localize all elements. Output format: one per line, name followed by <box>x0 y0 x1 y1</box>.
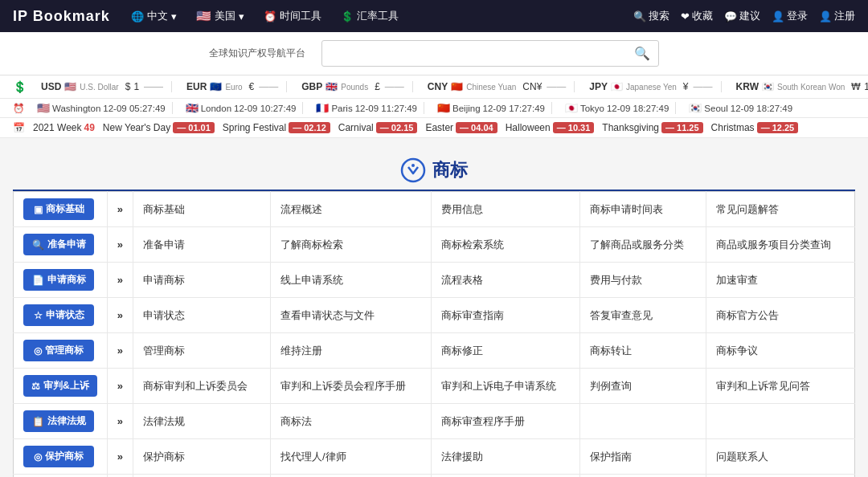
category-button[interactable]: ▣商标基础 <box>23 198 94 220</box>
menu-link[interactable]: 法律援助 <box>441 450 483 463</box>
category-button[interactable]: 📋法律法规 <box>23 410 94 432</box>
menu-link[interactable]: 判例查询 <box>590 380 632 392</box>
link-cell[interactable]: 商标转让 <box>579 333 706 369</box>
menu-link[interactable]: 商标审查程序手册 <box>441 415 525 427</box>
menu-link[interactable]: 流程概述 <box>280 203 322 215</box>
menu-link[interactable]: 商标申请时间表 <box>590 203 663 215</box>
link-cell[interactable]: 费用与付款 <box>579 263 706 298</box>
category-button[interactable]: ◎管理商标 <box>23 340 94 361</box>
link-cell[interactable]: 申请商标 <box>133 263 270 298</box>
link-cell[interactable]: 审判和上诉常见问答 <box>706 369 854 404</box>
link-cell[interactable]: 管理商标 <box>133 333 270 369</box>
link-cell[interactable]: 问题联系人 <box>706 439 854 475</box>
menu-link[interactable]: 申请状态 <box>143 309 185 321</box>
category-button[interactable]: ◎保护商标 <box>23 446 94 467</box>
link-cell[interactable]: 加速审查 <box>706 263 854 298</box>
search-input[interactable] <box>322 43 626 64</box>
link-cell[interactable]: 商标基础 <box>133 192 270 227</box>
link-cell[interactable]: 线上申请系统 <box>270 263 431 298</box>
link-cell[interactable]: 商标争议 <box>706 333 854 369</box>
time-tool[interactable]: ⏰ 时间工具 <box>259 6 326 26</box>
menu-link[interactable]: 问题联系人 <box>716 450 768 463</box>
menu-link[interactable]: 商标审查指南 <box>441 309 504 321</box>
favorites-action[interactable]: ❤ 收藏 <box>681 9 713 23</box>
menu-link[interactable]: 审判和上诉电子申请系统 <box>441 380 556 392</box>
link-cell[interactable]: 找代理人/律师 <box>270 439 431 475</box>
exchange-tool[interactable]: 💲 汇率工具 <box>336 6 403 26</box>
menu-link[interactable]: 准备申请 <box>143 238 185 251</box>
link-cell[interactable]: 商标修正 <box>431 333 579 369</box>
link-cell[interactable]: 保护指南 <box>579 439 706 475</box>
menu-link[interactable]: 商标修正 <box>441 344 483 357</box>
menu-link[interactable]: 费用与付款 <box>590 274 642 286</box>
menu-link[interactable]: 商标转让 <box>590 344 632 357</box>
category-button[interactable]: ☆申请状态 <box>23 304 94 326</box>
menu-link[interactable]: 审判和上诉委员会程序手册 <box>280 380 406 392</box>
link-cell[interactable]: 国际事务 <box>133 475 270 478</box>
link-cell[interactable]: 商标审查指南 <box>431 298 579 333</box>
link-cell[interactable]: 商标全球检索系统 <box>431 475 579 478</box>
link-cell[interactable]: 商标申请时间表 <box>579 192 706 227</box>
link-cell[interactable]: 商品或服务项目分类查询 <box>706 227 854 263</box>
link-cell[interactable]: 判例查询 <box>579 369 706 404</box>
login-action[interactable]: 👤 登录 <box>772 9 808 23</box>
category-button[interactable]: 📄申请商标 <box>23 269 94 291</box>
link-cell[interactable]: 答复审查意见 <box>579 298 706 333</box>
menu-link[interactable]: 审判和上诉常见问答 <box>716 380 810 392</box>
menu-link[interactable]: 了解商品或服务分类 <box>590 238 684 251</box>
link-cell[interactable]: 维持注册 <box>270 333 431 369</box>
menu-link[interactable]: 答复审查意见 <box>590 309 653 321</box>
category-button[interactable]: ⚖审判&上诉 <box>23 375 97 397</box>
menu-link[interactable]: 法律法规 <box>143 415 185 427</box>
link-cell[interactable]: 申请状态 <box>133 298 270 333</box>
menu-link[interactable]: 商标检索系统 <box>441 238 504 251</box>
country-selector[interactable]: 🇺🇸 美国 ▾ <box>191 6 249 26</box>
link-cell[interactable]: 流程概述 <box>270 192 431 227</box>
menu-link[interactable]: 费用信息 <box>441 203 483 215</box>
menu-link[interactable]: 维持注册 <box>280 344 322 357</box>
menu-link[interactable]: 商标官方公告 <box>716 309 779 321</box>
link-cell[interactable]: 了解商标检索 <box>270 227 431 263</box>
link-cell[interactable]: 审判和上诉电子申请系统 <box>431 369 579 404</box>
menu-link[interactable]: 申请商标 <box>143 274 185 286</box>
link-cell[interactable]: 商标审判和上诉委员会 <box>133 369 270 404</box>
menu-link[interactable]: 管理商标 <box>143 344 185 357</box>
link-cell[interactable]: 准备申请 <box>133 227 270 263</box>
menu-link[interactable]: 保护指南 <box>590 450 632 463</box>
link-cell[interactable]: 商标法 <box>270 404 431 439</box>
link-cell[interactable]: 商标官方公告 <box>706 298 854 333</box>
search-button[interactable]: 🔍 <box>626 41 658 66</box>
menu-link[interactable]: 加速审查 <box>716 274 758 286</box>
link-cell[interactable]: 法律法规 <box>133 404 270 439</box>
link-cell[interactable]: 法律援助 <box>431 439 579 475</box>
menu-link[interactable]: 商标基础 <box>143 203 185 215</box>
link-cell[interactable]: 马德里商标体系 <box>270 475 431 478</box>
menu-link[interactable]: 找代理人/律师 <box>280 450 346 463</box>
search-action[interactable]: 🔍 搜索 <box>633 9 669 23</box>
menu-link[interactable]: 流程表格 <box>441 274 483 286</box>
link-cell[interactable]: 商标审查程序手册 <box>431 404 579 439</box>
link-cell[interactable]: 审判和上诉委员会程序手册 <box>270 369 431 404</box>
link-cell[interactable]: 费用信息 <box>431 192 579 227</box>
link-cell[interactable]: 保护商标 <box>133 439 270 475</box>
menu-link[interactable]: 商标争议 <box>716 344 758 357</box>
language-selector[interactable]: 🌐 中文 ▾ <box>126 6 182 26</box>
link-cell[interactable]: 流程表格 <box>431 263 579 298</box>
category-cell: ◎保护商标 <box>14 439 108 475</box>
menu-link[interactable]: 商品或服务项目分类查询 <box>716 238 831 251</box>
menu-link[interactable]: 商标审判和上诉委员会 <box>143 380 248 392</box>
link-cell[interactable]: 查看申请状态与文件 <box>270 298 431 333</box>
menu-link[interactable]: 查看申请状态与文件 <box>280 309 375 321</box>
menu-link[interactable]: 常见问题解答 <box>716 203 779 215</box>
menu-link[interactable]: 保护商标 <box>143 450 185 463</box>
menu-link[interactable]: 了解商标检索 <box>280 238 343 251</box>
link-cell[interactable]: 了解商品或服务分类 <box>579 227 706 263</box>
menu-link[interactable]: 线上申请系统 <box>280 274 343 286</box>
register-action[interactable]: 👤 注册 <box>819 9 855 23</box>
currency-flag: 🇺🇸 <box>64 81 76 92</box>
menu-link[interactable]: 商标法 <box>280 415 312 427</box>
link-cell[interactable]: 常见问题解答 <box>706 192 854 227</box>
category-button[interactable]: 🔍准备申请 <box>23 234 94 255</box>
link-cell[interactable]: 商标检索系统 <box>431 227 579 263</box>
suggest-action[interactable]: 💬 建议 <box>724 9 760 23</box>
